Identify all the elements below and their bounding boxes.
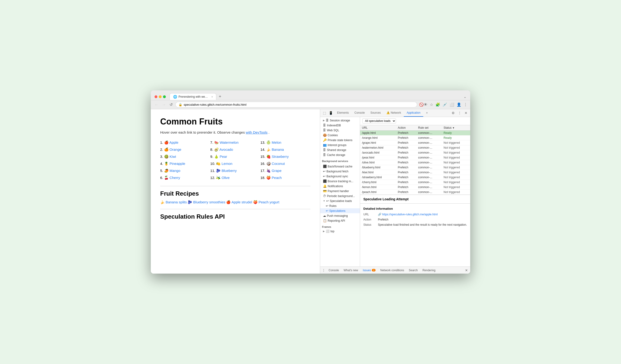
tab-application[interactable]: Application: [404, 109, 423, 117]
bottom-close-icon[interactable]: ✕: [464, 268, 469, 272]
sidebar-item-private-state[interactable]: 🔑 Private state tokens: [320, 138, 360, 142]
table-row[interactable]: /orange.html Prefetch common-... Ready: [360, 136, 470, 140]
detail-url-link[interactable]: 🔗 https://speculative-rules.glitch.me/ap…: [378, 213, 438, 216]
sidebar-item-cookies[interactable]: 🍪 Cookies: [320, 133, 360, 138]
fruit-link[interactable]: Mango: [170, 169, 180, 173]
tab-console[interactable]: Console: [352, 109, 368, 117]
no-eyetracking-icon[interactable]: 🚫👁: [419, 102, 428, 107]
table-row[interactable]: /olive.html Prefetch common-... Not trig…: [360, 160, 470, 165]
fruit-link[interactable]: Lemon: [222, 162, 233, 166]
sidebar-item-frames[interactable]: ▶ ⬜ top: [320, 229, 360, 234]
devtools-more-icon[interactable]: ⋮: [457, 110, 463, 116]
tab-sources[interactable]: Sources: [368, 109, 383, 117]
fruit-link[interactable]: Pineapple: [170, 162, 185, 166]
forward-button[interactable]: →: [161, 102, 167, 107]
tab-more[interactable]: »: [423, 109, 431, 117]
bottom-tab-rendering[interactable]: Rendering: [420, 268, 438, 273]
active-tab[interactable]: 🌐 Prerendering with web-vitals... ×: [170, 93, 216, 100]
sidebar-item-bfcache[interactable]: ⬛ Back/forward cache: [320, 164, 360, 169]
bottom-tab-issues[interactable]: Issues ×: [361, 268, 378, 273]
fruit-link[interactable]: Avocado: [219, 147, 233, 152]
fruit-link[interactable]: Orange: [170, 147, 181, 152]
recipe-link[interactable]: 🫐 Blueberry smoothies: [188, 200, 225, 204]
table-row[interactable]: /avocado.html Prefetch common-... Not tr…: [360, 150, 470, 155]
sidebar-item-reporting[interactable]: 📋 Reporting API: [320, 218, 360, 223]
col-action[interactable]: Action: [396, 125, 416, 131]
close-button[interactable]: [155, 95, 157, 98]
bottom-tab-search[interactable]: Search: [407, 268, 420, 273]
recipe-link[interactable]: 🍑 Peach yogurt: [253, 200, 279, 204]
fruit-link[interactable]: Watermelon: [220, 140, 238, 144]
table-row[interactable]: /blueberry.html Prefetch common-... Not …: [360, 165, 470, 170]
menu-icon[interactable]: ⋮: [464, 102, 467, 107]
sidebar-item-cache-storage[interactable]: 🗄 Cache storage: [320, 152, 360, 157]
eyedropper-icon[interactable]: 💉: [443, 102, 447, 107]
minimize-button[interactable]: [159, 95, 162, 98]
sidebar-item-speculations[interactable]: ↩ Speculations: [320, 208, 360, 213]
new-tab-button[interactable]: +: [217, 94, 223, 99]
recipe-link[interactable]: 🍌 Banana splits: [160, 200, 187, 204]
table-row[interactable]: /peach.html Prefetch common-... Not trig…: [360, 190, 470, 195]
devtools-inspect-icon[interactable]: ⬚: [322, 110, 328, 116]
sidebar-item-interest[interactable]: 👥 Interest groups: [320, 142, 360, 147]
col-ruleset[interactable]: Rule set: [416, 125, 442, 131]
sidebar-item-bg-fetch[interactable]: ↩ Background fetch: [320, 169, 360, 174]
fruit-link[interactable]: Cherry: [170, 176, 180, 180]
sidebar-item-push[interactable]: ☁ Push messaging: [320, 213, 360, 218]
address-bar[interactable]: 🔒 speculative-rules.glitch.me/common-fru…: [175, 102, 417, 107]
tab-network[interactable]: ⚠️ Network: [383, 109, 404, 117]
fruit-link[interactable]: Blueberry: [222, 169, 237, 173]
bottom-tab-console[interactable]: Console: [326, 268, 341, 273]
back-button[interactable]: ←: [154, 102, 159, 107]
refresh-button[interactable]: ↺: [169, 102, 173, 107]
split-view-icon[interactable]: ⬜: [449, 102, 454, 107]
sidebar-item-indexeddb[interactable]: 🗄 IndexedDB: [320, 123, 360, 128]
fruit-link[interactable]: Strawberry: [272, 155, 289, 158]
filter-dropdown[interactable]: All speculative loads: [362, 118, 396, 123]
sidebar-item-payment[interactable]: 💳 Payment handler: [320, 189, 360, 193]
sidebar-item-bg-sync[interactable]: ↩ Background sync: [320, 174, 360, 179]
settings-icon[interactable]: ⚙: [450, 110, 456, 116]
sidebar-item-bounce[interactable]: ⬛ Bounce tracking m...: [320, 179, 360, 184]
fruit-link[interactable]: Melon: [272, 140, 281, 144]
table-row[interactable]: /watermelon.html Prefetch common-... Not…: [360, 145, 470, 150]
sidebar-item-periodic[interactable]: ⏱ Periodic background...: [320, 193, 360, 198]
tab-close-icon[interactable]: ×: [211, 95, 213, 98]
table-row[interactable]: /lemon.html Prefetch common-... Not trig…: [360, 185, 470, 190]
fruit-link[interactable]: Coconut: [272, 162, 285, 166]
fruit-link[interactable]: Pear: [220, 155, 227, 158]
devtools-device-icon[interactable]: 📱: [328, 110, 334, 116]
table-row[interactable]: /pear.html Prefetch common-... Not trigg…: [360, 155, 470, 160]
maximize-button[interactable]: [163, 95, 166, 98]
sidebar-item-shared-storage[interactable]: 🗄 Shared storage: [320, 147, 360, 152]
col-url[interactable]: URL: [360, 125, 396, 131]
profile-icon[interactable]: 👤: [457, 102, 461, 107]
devtools-link[interactable]: with DevTools: [246, 130, 268, 134]
fruit-link[interactable]: Grape: [272, 169, 282, 173]
url-input[interactable]: speculative-rules.glitch.me/common-fruit…: [184, 103, 414, 106]
fruit-link[interactable]: Banana: [272, 147, 284, 152]
table-row[interactable]: /apple.html Prefetch common-... Ready: [360, 131, 470, 136]
recipe-link[interactable]: 🍎 Apple strudel: [226, 200, 252, 204]
tab-menu-button[interactable]: ⌄: [464, 95, 466, 99]
sidebar-item-websql[interactable]: 🗄 Web SQL: [320, 128, 360, 133]
sidebar-item-speculative[interactable]: ▼ ↩ Speculative loads: [320, 198, 360, 203]
sidebar-item-rules[interactable]: ↩ Rules: [320, 203, 360, 208]
fruit-link[interactable]: Kiwi: [170, 155, 176, 158]
sidebar-item-notifications[interactable]: 🔔 Notifications: [320, 184, 360, 189]
fruit-link[interactable]: Peach: [272, 176, 282, 180]
bottom-more-icon[interactable]: ⋮: [321, 268, 326, 273]
sidebar-item-session-storage[interactable]: ▶ 🗄 Session storage: [320, 118, 360, 123]
bottom-tab-network-conditions[interactable]: Network conditions: [378, 268, 406, 273]
tab-elements[interactable]: Elements: [334, 109, 352, 117]
bookmark-icon[interactable]: ☆: [430, 102, 433, 107]
bottom-tab-whatsnew[interactable]: What's new: [341, 268, 361, 273]
table-row[interactable]: /cherry.html Prefetch common-... Not tri…: [360, 180, 470, 185]
fruit-link[interactable]: Olive: [222, 176, 230, 180]
fruit-link[interactable]: Apple: [169, 140, 178, 144]
col-status[interactable]: Status ▼: [442, 125, 470, 131]
close-devtools-icon[interactable]: ✕: [463, 110, 469, 116]
table-row[interactable]: /kiwi.html Prefetch common-... Not trigg…: [360, 170, 470, 175]
table-row[interactable]: /strawberry.html Prefetch common-... Not…: [360, 175, 470, 180]
table-row[interactable]: /grape.html Prefetch common-... Not trig…: [360, 140, 470, 145]
